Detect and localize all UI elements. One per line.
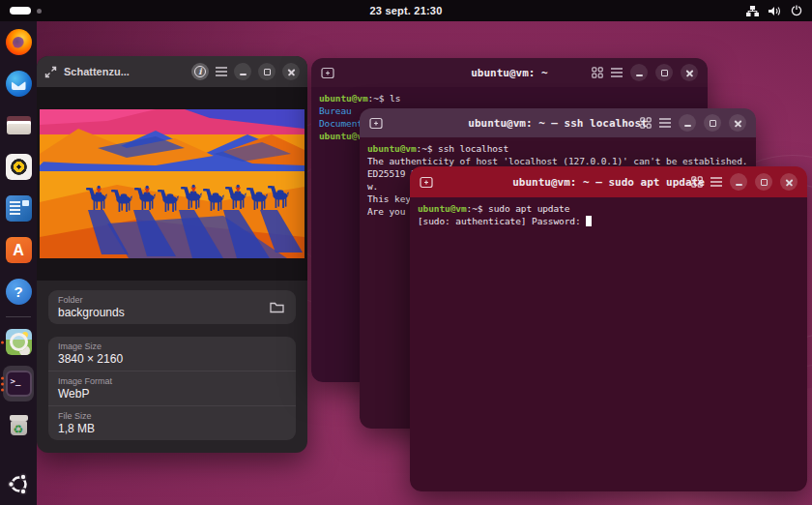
dock-item-files[interactable] [0, 104, 37, 146]
clock[interactable]: 23 sept. 21:30 [0, 5, 812, 16]
maximize-button[interactable] [258, 63, 276, 80]
menu-icon[interactable] [710, 177, 722, 187]
new-tab-icon[interactable] [369, 117, 383, 130]
dock-item-libreoffice-writer[interactable] [0, 188, 37, 229]
property-row: File Size 1,8 MB [48, 405, 296, 440]
terminal-headerbar-root[interactable]: ubuntu@vm: ~ — sudo apt update [410, 166, 807, 197]
menu-icon[interactable] [659, 118, 671, 128]
minimize-button[interactable] [234, 63, 251, 80]
folder-value: backgrounds [58, 306, 260, 319]
close-button[interactable] [780, 173, 798, 191]
network-icon [746, 6, 759, 16]
rhythmbox-icon [6, 154, 32, 180]
help-icon: ? [6, 279, 32, 305]
terminal-headerbar[interactable]: ubuntu@vm: ~ — ssh localhost [360, 108, 756, 137]
dock: A ? >_ ♻ [0, 21, 37, 505]
minimize-button[interactable] [630, 64, 648, 81]
image-viewer-window: Schattenzu... i [37, 56, 307, 453]
details-card: Image Size 3840 × 2160 Image Format WebP… [48, 337, 296, 440]
terminal-content[interactable]: ubuntu@vm:~$ sudo apt update[sudo: authe… [410, 197, 807, 491]
property-row: Image Format WebP [48, 371, 296, 405]
close-button[interactable] [681, 64, 698, 81]
info-button[interactable]: i [191, 63, 209, 80]
files-icon [6, 112, 32, 138]
fullscreen-icon[interactable] [44, 66, 57, 78]
close-button[interactable] [282, 63, 300, 80]
folder-card: Folder backgrounds [48, 290, 296, 324]
dock-item-app-center[interactable]: A [0, 229, 37, 271]
dock-item-show-apps[interactable] [0, 463, 37, 505]
dock-item-image-viewer[interactable] [0, 321, 37, 363]
dock-item-firefox[interactable] [0, 21, 37, 63]
trash-icon: ♻ [6, 412, 32, 438]
minimize-button[interactable] [730, 173, 747, 191]
ubuntu-logo-icon [6, 471, 32, 497]
maximize-button[interactable] [704, 114, 721, 132]
open-folder-icon[interactable] [270, 302, 296, 313]
new-tab-icon[interactable] [321, 67, 334, 79]
terminal-cursor [586, 216, 592, 226]
tab-overview-icon[interactable] [691, 176, 703, 188]
menu-icon[interactable] [216, 67, 227, 76]
window-title: ubuntu@vm: ~ [311, 67, 708, 79]
thunderbird-icon [6, 71, 32, 97]
tab-overview-icon[interactable] [592, 67, 603, 78]
maximize-button[interactable] [655, 64, 673, 81]
close-button[interactable] [729, 114, 746, 132]
image-viewer-headerbar[interactable]: Schattenzu... i [37, 56, 307, 87]
minimize-button[interactable] [679, 114, 696, 132]
property-row: Image Size 3840 × 2160 [48, 337, 296, 371]
volume-icon [768, 6, 781, 16]
top-bar: 23 sept. 21:30 [0, 0, 812, 21]
dock-item-help[interactable]: ? [0, 271, 37, 312]
new-tab-icon[interactable] [420, 176, 433, 189]
terminal-window-sudo: ubuntu@vm: ~ — sudo apt update ubuntu@vm… [410, 166, 807, 491]
dock-item-thunderbird[interactable] [0, 63, 37, 104]
folder-label: Folder [58, 295, 260, 305]
image-canvas[interactable] [37, 87, 307, 281]
menu-icon[interactable] [611, 68, 623, 77]
image-viewer-icon [6, 329, 32, 355]
power-icon [791, 5, 802, 16]
maximize-button[interactable] [755, 173, 772, 191]
image-properties-panel: Folder backgrounds Image Size 3840 × 216… [37, 281, 307, 450]
writer-icon [6, 195, 32, 222]
window-title: Schattenzu... [64, 66, 130, 77]
window-title: ubuntu@vm: ~ — ssh localhost [360, 117, 756, 130]
firefox-icon [6, 29, 32, 55]
dock-separator [6, 316, 31, 317]
console-icon: >_ [6, 371, 32, 397]
dock-item-console[interactable]: >_ [0, 363, 37, 404]
camel-caravan-image [40, 109, 304, 258]
window-title: ubuntu@vm: ~ — sudo apt update [410, 176, 807, 189]
running-indicator [1, 341, 4, 343]
terminal-headerbar[interactable]: ubuntu@vm: ~ [311, 58, 708, 87]
system-tray[interactable] [746, 5, 812, 16]
app-center-icon: A [6, 237, 32, 263]
dock-item-trash[interactable]: ♻ [0, 404, 37, 446]
dock-item-rhythmbox[interactable] [0, 146, 37, 188]
running-indicator [1, 376, 4, 391]
tab-overview-icon[interactable] [640, 117, 652, 129]
